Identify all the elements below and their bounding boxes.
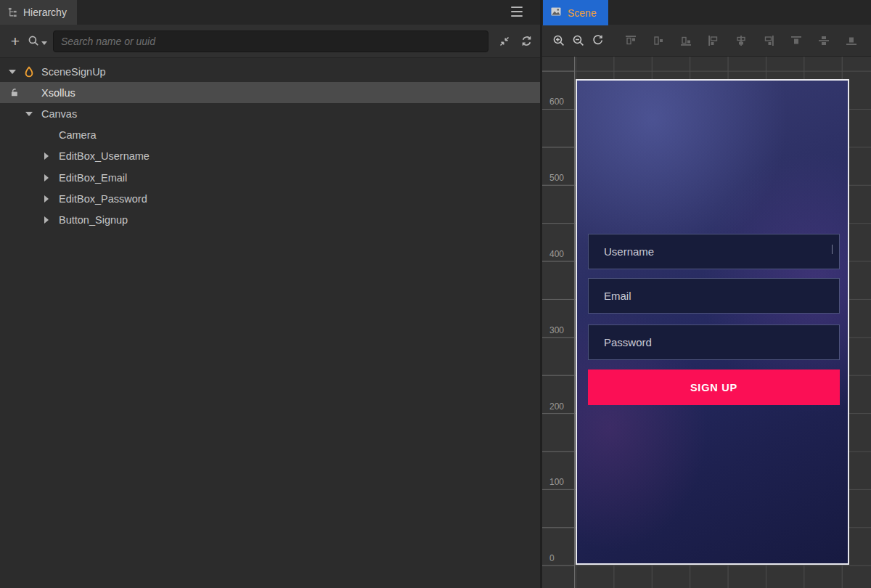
add-node-button[interactable]: + bbox=[6, 33, 25, 49]
ruler-label-100: 100 bbox=[549, 477, 564, 487]
scene-viewport[interactable]: 6005004003002001000 UsernameEmailPasswor… bbox=[542, 57, 871, 588]
tree-item-label: Camera bbox=[57, 129, 97, 141]
tree-item-label: Button_Signup bbox=[57, 214, 128, 226]
tree-item-button_signup[interactable]: Button_Signup bbox=[0, 209, 540, 230]
expander-closed-icon[interactable] bbox=[41, 174, 57, 181]
tree-item-editbox_password[interactable]: EditBox_Password bbox=[0, 188, 540, 209]
sign-up-button[interactable]: SIGN UP bbox=[588, 369, 840, 405]
password-editbox[interactable]: Password bbox=[588, 324, 840, 360]
email-editbox[interactable]: Email bbox=[588, 278, 840, 314]
search-filter-icon[interactable] bbox=[28, 35, 47, 47]
align-bottom-icon bbox=[680, 35, 692, 46]
distribute-bottom-icon bbox=[846, 35, 857, 46]
tree-item-label: EditBox_Email bbox=[57, 172, 127, 184]
hierarchy-tab-bar: Hierarchy bbox=[0, 0, 540, 25]
chevron-down-icon bbox=[41, 41, 47, 45]
tree-item-label: Canvas bbox=[40, 108, 77, 120]
align-right-icon bbox=[763, 35, 774, 46]
vertical-ruler: 6005004003002001000 bbox=[542, 57, 575, 588]
refresh-icon[interactable] bbox=[520, 35, 533, 47]
tree-item-editbox_username[interactable]: EditBox_Username bbox=[0, 146, 540, 167]
tab-scene[interactable]: Scene bbox=[543, 0, 608, 25]
reset-view-icon[interactable] bbox=[592, 34, 604, 46]
email-placeholder-label: Email bbox=[604, 290, 631, 302]
ruler-label-400: 400 bbox=[549, 249, 564, 259]
text-cursor bbox=[832, 245, 833, 254]
expander-closed-icon[interactable] bbox=[41, 216, 57, 224]
hamburger-menu-icon[interactable] bbox=[511, 7, 523, 17]
distribute-top-icon bbox=[790, 35, 802, 46]
scene-tab-bar: Scene bbox=[542, 0, 871, 25]
align-horizontal-center-icon bbox=[735, 35, 747, 46]
align-left-icon bbox=[708, 35, 719, 46]
distribute-vertical-center-icon bbox=[818, 35, 830, 46]
tree-item-xsollus[interactable]: Xsollus bbox=[0, 82, 540, 103]
scene-image-icon bbox=[550, 6, 562, 20]
collapse-all-icon[interactable] bbox=[499, 36, 510, 47]
search-input[interactable] bbox=[53, 30, 488, 52]
hierarchy-toolbar: + bbox=[0, 25, 540, 58]
lock-open-icon[interactable] bbox=[9, 87, 19, 97]
ruler-label-0: 0 bbox=[549, 553, 555, 563]
tree-item-editbox_email[interactable]: EditBox_Email bbox=[0, 167, 540, 188]
zoom-in-icon[interactable] bbox=[552, 34, 565, 47]
tree-item-canvas[interactable]: Canvas bbox=[0, 103, 540, 124]
tab-hierarchy[interactable]: Hierarchy bbox=[0, 0, 77, 25]
align-top-icon bbox=[625, 35, 637, 46]
ruler-label-500: 500 bbox=[549, 173, 564, 183]
zoom-out-icon[interactable] bbox=[572, 34, 585, 47]
password-placeholder-label: Password bbox=[604, 336, 652, 348]
expander-open-icon[interactable] bbox=[7, 70, 23, 74]
ruler-label-200: 200 bbox=[549, 401, 564, 412]
tab-hierarchy-label: Hierarchy bbox=[23, 7, 67, 18]
tree-item-scenesignup[interactable]: SceneSignUp bbox=[0, 61, 540, 82]
align-vertical-center-icon bbox=[653, 35, 664, 46]
tree-item-label: EditBox_Password bbox=[57, 193, 147, 205]
hierarchy-panel: Hierarchy + bbox=[0, 0, 540, 588]
expander-open-icon[interactable] bbox=[24, 112, 40, 116]
signup-scene-stage[interactable]: UsernameEmailPasswordSIGN UP bbox=[576, 79, 849, 565]
expander-closed-icon[interactable] bbox=[41, 152, 57, 160]
username-editbox[interactable]: Username bbox=[588, 234, 840, 269]
editor-window: Hierarchy + bbox=[0, 0, 871, 588]
hierarchy-tree-icon bbox=[7, 7, 18, 18]
tree-item-label: SceneSignUp bbox=[40, 66, 106, 78]
scene-panel: Scene 6005004003002001000 UsernameEmailP… bbox=[542, 0, 871, 588]
ruler-label-600: 600 bbox=[549, 97, 564, 107]
scene-flame-icon bbox=[23, 66, 35, 78]
tree-item-camera[interactable]: Camera bbox=[0, 125, 540, 146]
tree-item-label: EditBox_Username bbox=[57, 150, 150, 162]
tab-scene-label: Scene bbox=[568, 7, 597, 19]
username-placeholder-label: Username bbox=[604, 245, 654, 258]
tree-item-label: Xsollus bbox=[40, 87, 75, 99]
align-tools-group bbox=[625, 35, 871, 46]
hierarchy-tree: SceneSignUpXsollusCanvasCameraEditBox_Us… bbox=[0, 58, 540, 588]
scene-toolbar bbox=[542, 25, 871, 57]
ruler-label-300: 300 bbox=[549, 325, 564, 335]
expander-closed-icon[interactable] bbox=[41, 195, 57, 203]
